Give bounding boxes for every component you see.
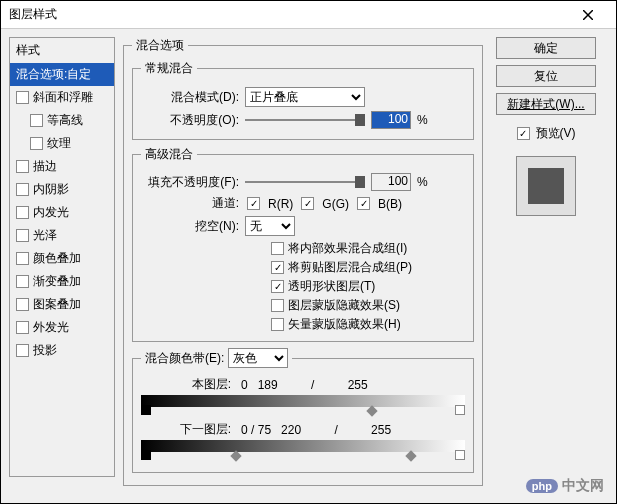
- checkbox[interactable]: [271, 280, 284, 293]
- style-item-drop-shadow[interactable]: 投影: [10, 339, 114, 362]
- style-item-color-overlay[interactable]: 颜色叠加: [10, 247, 114, 270]
- under-layer-label: 下一图层:: [141, 421, 231, 438]
- gradient-handle[interactable]: [455, 450, 465, 460]
- this-layer-label: 本图层:: [141, 376, 231, 393]
- gradient-handle[interactable]: [141, 405, 151, 415]
- fill-opacity-row: 填充不透明度(F): 100 %: [141, 173, 465, 191]
- channel-r-label: R(R): [268, 197, 293, 211]
- advanced-blend-group: 高级混合 填充不透明度(F): 100 % 通道: R(R) G(G) B(B): [132, 146, 474, 342]
- style-list-title: 样式: [10, 38, 114, 63]
- style-item-outer-glow[interactable]: 外发光: [10, 316, 114, 339]
- reset-button[interactable]: 复位: [496, 65, 596, 87]
- watermark: php 中文网: [526, 477, 604, 495]
- opacity-slider[interactable]: [245, 114, 365, 126]
- gradient-handle[interactable]: [455, 405, 465, 415]
- knockout-label: 挖空(N):: [141, 218, 239, 235]
- style-list: 样式 混合选项:自定 斜面和浮雕 等高线 纹理 描边 内阴影 内发光 光泽 颜色…: [9, 37, 115, 477]
- preview-label: 预览(V): [536, 125, 576, 142]
- watermark-badge: php: [526, 479, 558, 493]
- checkbox[interactable]: [271, 318, 284, 331]
- channel-g-checkbox[interactable]: [301, 197, 314, 210]
- checkbox[interactable]: [16, 91, 29, 104]
- general-blend-legend: 常规混合: [141, 60, 197, 77]
- blend-mode-select[interactable]: 正片叠底: [245, 87, 365, 107]
- blend-options-panel: 混合选项 常规混合 混合模式(D): 正片叠底 不透明度(O): 100 %: [123, 37, 483, 495]
- checkbox[interactable]: [16, 321, 29, 334]
- gradient-handle[interactable]: [405, 450, 416, 461]
- blend-if-group: 混合颜色带(E): 灰色 本图层: 0 189 / 255: [132, 348, 474, 473]
- blend-if-legend: 混合颜色带(E): 灰色: [141, 348, 292, 368]
- styles-panel: 样式 混合选项:自定 斜面和浮雕 等高线 纹理 描边 内阴影 内发光 光泽 颜色…: [9, 37, 115, 495]
- blend-if-channel-select[interactable]: 灰色: [228, 348, 288, 368]
- channel-g-label: G(G): [322, 197, 349, 211]
- checkbox[interactable]: [16, 298, 29, 311]
- buttons-panel: 确定 复位 新建样式(W)... 预览(V): [491, 37, 601, 495]
- close-icon: [583, 10, 593, 20]
- opacity-label: 不透明度(O):: [141, 112, 239, 129]
- under-layer-gradient[interactable]: [141, 440, 465, 454]
- preview-swatch: [516, 156, 576, 216]
- channel-b-label: B(B): [378, 197, 402, 211]
- window-title: 图层样式: [9, 6, 57, 23]
- ok-button[interactable]: 确定: [496, 37, 596, 59]
- style-item-contour[interactable]: 等高线: [10, 109, 114, 132]
- this-layer-row: 本图层: 0 189 / 255: [141, 376, 465, 393]
- checkbox[interactable]: [16, 252, 29, 265]
- fill-opacity-label: 填充不透明度(F):: [141, 174, 239, 191]
- fill-opacity-input[interactable]: 100: [371, 173, 411, 191]
- checkbox[interactable]: [16, 275, 29, 288]
- opt-transparency-shapes: 透明形状图层(T): [271, 278, 465, 295]
- this-layer-low: 0: [241, 378, 248, 392]
- watermark-text: 中文网: [562, 477, 604, 495]
- opt-vector-mask-hide: 矢量蒙版隐藏效果(H): [271, 316, 465, 333]
- new-style-button[interactable]: 新建样式(W)...: [496, 93, 596, 115]
- fill-opacity-slider[interactable]: [245, 176, 365, 188]
- this-layer-gradient[interactable]: [141, 395, 465, 409]
- channel-b-checkbox[interactable]: [357, 197, 370, 210]
- preview-checkbox[interactable]: [517, 127, 530, 140]
- knockout-select[interactable]: 无: [245, 216, 295, 236]
- under-layer-row: 下一图层: 0 / 75 220 / 255: [141, 421, 465, 438]
- style-item-gradient-overlay[interactable]: 渐变叠加: [10, 270, 114, 293]
- style-item-pattern-overlay[interactable]: 图案叠加: [10, 293, 114, 316]
- gradient-handle[interactable]: [230, 450, 241, 461]
- close-button[interactable]: [568, 1, 608, 29]
- this-layer-high: 189 / 255: [258, 378, 368, 392]
- opacity-row: 不透明度(O): 100 %: [141, 111, 465, 129]
- checkbox[interactable]: [16, 229, 29, 242]
- checkbox[interactable]: [30, 114, 43, 127]
- style-item-satin[interactable]: 光泽: [10, 224, 114, 247]
- opacity-input[interactable]: 100: [371, 111, 411, 129]
- style-item-texture[interactable]: 纹理: [10, 132, 114, 155]
- channels-label: 通道:: [141, 195, 239, 212]
- channels-row: 通道: R(R) G(G) B(B): [141, 195, 465, 212]
- checkbox[interactable]: [16, 344, 29, 357]
- style-item-blending-options[interactable]: 混合选项:自定: [10, 63, 114, 86]
- titlebar: 图层样式: [1, 1, 616, 29]
- style-item-inner-glow[interactable]: 内发光: [10, 201, 114, 224]
- gradient-handle[interactable]: [141, 450, 151, 460]
- checkbox[interactable]: [271, 242, 284, 255]
- blend-options-legend: 混合选项: [132, 37, 188, 54]
- preview-row: 预览(V): [517, 125, 576, 142]
- channel-r-checkbox[interactable]: [247, 197, 260, 210]
- style-item-bevel[interactable]: 斜面和浮雕: [10, 86, 114, 109]
- under-layer-low: 0 / 75: [241, 423, 271, 437]
- style-item-stroke[interactable]: 描边: [10, 155, 114, 178]
- blend-mode-row: 混合模式(D): 正片叠底: [141, 87, 465, 107]
- checkbox[interactable]: [16, 206, 29, 219]
- general-blend-group: 常规混合 混合模式(D): 正片叠底 不透明度(O): 100 %: [132, 60, 474, 140]
- checkbox[interactable]: [271, 299, 284, 312]
- blend-mode-label: 混合模式(D):: [141, 89, 239, 106]
- style-item-inner-shadow[interactable]: 内阴影: [10, 178, 114, 201]
- gradient-handle[interactable]: [366, 405, 377, 416]
- percent-label: %: [417, 113, 428, 127]
- checkbox[interactable]: [271, 261, 284, 274]
- checkbox[interactable]: [30, 137, 43, 150]
- checkbox[interactable]: [16, 160, 29, 173]
- opt-layer-mask-hide: 图层蒙版隐藏效果(S): [271, 297, 465, 314]
- under-layer-high: 220 / 255: [281, 423, 391, 437]
- percent-label: %: [417, 175, 428, 189]
- checkbox[interactable]: [16, 183, 29, 196]
- blend-options-group: 混合选项 常规混合 混合模式(D): 正片叠底 不透明度(O): 100 %: [123, 37, 483, 486]
